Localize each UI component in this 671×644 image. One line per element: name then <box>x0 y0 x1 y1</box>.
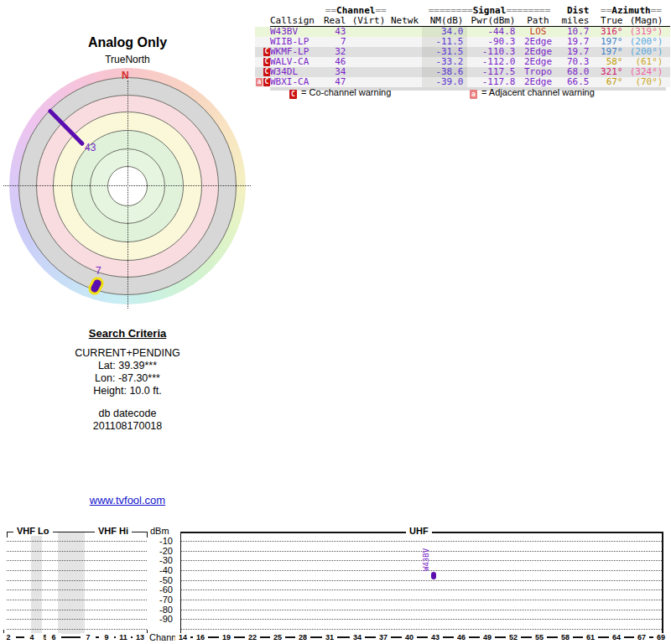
channel-tick-label: 69 <box>653 633 668 642</box>
channel-tick-label: 46 <box>454 633 469 642</box>
db-datecode-block: db datecode 201108170018 <box>27 408 228 433</box>
search-height: Height: 10.0 ft. <box>27 385 228 397</box>
db-datecode-label: db datecode <box>27 408 228 420</box>
dbm-axis-label: dBm <box>150 526 169 536</box>
search-criteria: Search Criteria CURRENT+PENDING Lat: 39.… <box>27 327 228 397</box>
cell-virt <box>350 27 388 38</box>
channel-tick-label: 22 <box>245 633 260 642</box>
co-channel-warning-icon: C <box>263 78 270 86</box>
dbm-gridline <box>181 610 662 610</box>
dbm-gridline <box>7 560 147 561</box>
dbm-tick-label: -40 <box>148 565 173 575</box>
col-nm: NM(dB) <box>422 16 467 27</box>
cell-warnings: C <box>255 67 270 77</box>
channel-tick-label: 52 <box>506 633 521 642</box>
col-netwk: Netwk <box>388 16 422 27</box>
search-lat: Lat: 39.39*** <box>27 360 228 372</box>
channel-tick-label: 43 <box>428 633 443 642</box>
page-title: Analog Only <box>27 35 228 50</box>
cell-virt <box>350 37 388 47</box>
uhf-label: UHF <box>406 527 432 536</box>
channel-tick-label: 25 <box>270 633 285 642</box>
station-table: ==Channel== ========Signal======== Dist … <box>255 6 670 87</box>
cell-netwk <box>388 27 422 38</box>
channel-tick-label: 19 <box>219 633 234 642</box>
channel-tick-label: 64 <box>609 633 624 642</box>
tvfool-link[interactable]: www.tvfool.com <box>90 494 165 506</box>
dbm-tick-label: -60 <box>148 584 173 595</box>
uhf-panel-left-border <box>180 532 181 637</box>
search-lon: Lon: -87.30*** <box>27 372 228 385</box>
channel-tick-label: 7 <box>81 633 96 642</box>
cell-warnings <box>255 27 270 38</box>
cell-virt <box>350 47 388 57</box>
table-column-header-row: Callsign Real (Virt) Netwk NM(dB) Pwr(dB… <box>255 16 670 27</box>
cell-warnings: C <box>255 47 270 57</box>
legend-co-channel: C= Co-channel warning <box>289 87 391 99</box>
dbm-tick-label: -70 <box>148 595 173 605</box>
cell-callsign: WBXI-CA <box>270 77 324 87</box>
dbm-gridline <box>181 629 662 630</box>
cell-real: 47 <box>324 77 350 87</box>
dbm-gridline <box>181 589 662 590</box>
dbm-gridline <box>7 619 147 620</box>
channel-tick-label: 37 <box>376 633 391 642</box>
channel-tick-label: 49 <box>480 633 495 642</box>
cell-netwk <box>388 37 422 47</box>
col-virt: (Virt) <box>350 16 388 27</box>
cell-warnings: aC <box>255 77 270 87</box>
dbm-gridline <box>7 589 147 590</box>
channel-tick-label: 9 <box>99 633 114 642</box>
adjacent-channel-warning-icon: a <box>470 90 477 99</box>
channel-tick-label: 34 <box>350 633 365 642</box>
channel-tick-label: 14 <box>175 633 190 642</box>
channel-tick-label: 40 <box>402 633 417 642</box>
col-path: Path <box>519 16 558 27</box>
dbm-gridline <box>7 541 147 542</box>
uhf-panel-right-border <box>662 532 663 637</box>
channel-tick-label: 31 <box>322 633 337 642</box>
dbm-gridline <box>181 600 662 600</box>
crosshair-vertical <box>127 80 128 309</box>
search-criteria-title: Search Criteria <box>27 327 228 340</box>
station-43-label: 43 <box>85 142 96 153</box>
legend-adjacent-channel: a= Adjacent channel warning <box>470 87 595 99</box>
cell-virt <box>350 67 388 77</box>
dbm-gridline <box>7 580 147 581</box>
dbm-gridline <box>7 551 147 552</box>
col-callsign: Callsign <box>270 16 324 27</box>
station-w43bv-bar-label: W43BV <box>422 548 430 571</box>
channel-tick-label: 67 <box>634 633 649 642</box>
col-true: True <box>593 16 627 27</box>
co-channel-warning-icon: C <box>263 48 270 56</box>
cell-path: 2Edge <box>519 77 558 87</box>
tvfool-report: { "colors": { "purple": "#7a1fc8", "nm_p… <box>0 0 671 644</box>
north-marker: N <box>122 70 129 81</box>
station-7-label: 7 <box>96 265 101 277</box>
channel-tick-label: 16 <box>193 633 208 642</box>
table-row: aCWBXI-CA47-39.0-117.82Edge66.567°(70°) <box>255 77 670 87</box>
channel-tick-label: 61 <box>583 633 598 642</box>
cell-virt <box>350 77 388 87</box>
cell-pwr: -117.8 <box>467 77 519 87</box>
cell-warnings: C <box>255 57 270 67</box>
cell-netwk <box>388 77 422 87</box>
search-mode: CURRENT+PENDING <box>27 347 228 360</box>
channel-tick-label: 6 <box>46 633 61 642</box>
col-magn: (Magn) <box>627 16 670 27</box>
dbm-gridline <box>7 629 147 630</box>
cell-magn_az: (70°) <box>627 77 670 87</box>
cell-netwk <box>388 57 422 67</box>
dbm-gridline <box>181 541 662 542</box>
channel-tick-label: 28 <box>295 633 310 642</box>
cell-warnings <box>255 37 270 47</box>
db-datecode-value: 201108170018 <box>27 420 228 433</box>
vhf-lo-label: VHF Lo <box>13 527 53 536</box>
cell-netwk <box>388 67 422 77</box>
dbm-gridline <box>7 600 147 600</box>
channel-tick-label: 2 <box>1 633 16 642</box>
dbm-gridline <box>181 619 662 620</box>
channel-tick-label: 13 <box>133 633 148 642</box>
dbm-tick-label: -10 <box>148 536 173 546</box>
dbm-gridline <box>7 610 147 610</box>
